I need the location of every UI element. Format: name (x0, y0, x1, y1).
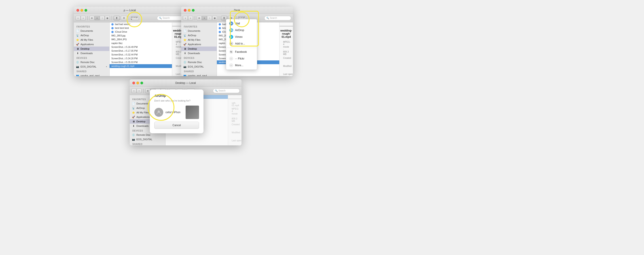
sidebar-remotedisc-1[interactable]: 💿 Remote Disc (74, 60, 109, 64)
sidebar-documents-2[interactable]: 📄 Documents (181, 29, 217, 33)
cover-flow-1[interactable]: ▦ (105, 16, 110, 20)
arrange-button-1[interactable]: arrange ▾ (131, 16, 139, 20)
cover-flow-2[interactable]: ▦ (212, 16, 217, 20)
menu-item-vimeo[interactable]: V Vimeo (226, 34, 257, 40)
menu-item-mail[interactable]: ✉ Mail (226, 20, 257, 27)
file-bestbest-1[interactable]: best best best (110, 26, 172, 30)
close-button-2[interactable] (184, 9, 186, 12)
nav-buttons-1: ‹ › (76, 16, 86, 20)
file-type-2: MPEG-4 movie · 809.3 MB (283, 41, 289, 56)
menu-item-addto[interactable]: + Add to... (226, 40, 257, 47)
preview-filename-2: wedding-rough-01.mp4 (280, 29, 292, 38)
file-ss1-1[interactable]: ScreenShot...t 5.16.49 PM (110, 45, 172, 49)
share-dropdown-menu: ✉ Mail 📡 AirDrop V Vimeo + Add to... fb … (226, 19, 257, 70)
menu-item-flickr[interactable]: ··· ··· Flickr (226, 55, 257, 62)
file-dot-2 (111, 27, 114, 29)
sidebar-sandrapaul-2[interactable]: 👥 sandra_and_paul (181, 73, 217, 76)
icon-view-2[interactable]: ⊞ (197, 16, 202, 20)
forward-button-3[interactable]: › (137, 88, 142, 93)
icon-view-3[interactable]: ⊞ (145, 88, 150, 93)
menu-item-more[interactable]: ··· More... (226, 62, 257, 69)
finder-window-1: ρ — Local ‹ › ⊞ ≡ ⫶ ▦ ⬆ ⚙ arrange ▾ 🔍 Se… (74, 7, 186, 76)
maximize-button-2[interactable] (192, 9, 194, 12)
close-button-3[interactable] (132, 82, 135, 84)
file-img2803-1[interactable]: IMG_2803.jpg (110, 34, 172, 38)
sidebar-eosdigital-2[interactable]: 📷 EOS_DIGITAL (181, 64, 217, 69)
applications-icon-2: 🚀 (183, 43, 186, 46)
sidebar-eosdigital-1[interactable]: 📷 EOS_DIGITAL ▾ (74, 64, 109, 69)
sidebar-airdrop-2[interactable]: 📡 AirDrop (181, 33, 217, 38)
file-badbadseeds-1[interactable]: bad bad seeds! (110, 22, 172, 26)
back-button-1[interactable]: ‹ (76, 16, 80, 20)
file-dot-b3 (219, 31, 221, 33)
search-box-2[interactable]: 🔍 Search (264, 16, 291, 20)
sidebar-desktop-2[interactable]: 🖥 Desktop (181, 46, 217, 51)
sidebar-allmyfiles-2[interactable]: ⭐ All My Files (181, 38, 217, 42)
back-button-2[interactable]: ‹ (183, 16, 188, 20)
search-placeholder-1: Search (162, 17, 170, 19)
airdrop-preview-thumbnail (186, 106, 199, 119)
file-dot-b1 (219, 23, 221, 26)
search-placeholder-3: Search (218, 90, 226, 92)
device-name: cella's iPhon (166, 111, 186, 114)
menu-item-facebook[interactable]: fb Facebook (226, 48, 257, 55)
shared-header-3: Shared (130, 142, 165, 146)
sidebar-airdrop-1[interactable]: 📡 AirDrop (74, 33, 109, 38)
sidebar-applications-2[interactable]: 🚀 Applications (181, 42, 217, 46)
minimize-button-2[interactable] (188, 9, 190, 12)
airdrop-cancel-button[interactable]: Cancel (154, 122, 199, 129)
file-ss2-1[interactable]: ScreenShot...t 5.17.05 PM (110, 49, 172, 53)
devices-header-2: Devices (181, 56, 217, 60)
file-img2804-1[interactable]: IMG_2804.JPG (110, 38, 172, 42)
forward-button-1[interactable]: › (81, 16, 86, 20)
back-button-3[interactable]: ‹ (132, 88, 136, 93)
file-icloud-1[interactable]: iCloud Drive (110, 30, 172, 34)
sidebar-downloads-2[interactable]: ⬇ Downloads (181, 51, 217, 56)
column-view-2[interactable]: ⫶ (207, 16, 212, 20)
file-napkin-1[interactable]: napkin filez (110, 42, 172, 45)
menu-item-airdrop[interactable]: 📡 AirDrop (226, 27, 257, 34)
airdrop-menu-icon: 📡 (229, 28, 233, 32)
search-box-3[interactable]: 🔍 Search (213, 88, 240, 93)
addto-menu-icon: + (229, 42, 233, 46)
share-button-1[interactable]: ⬆ (114, 16, 120, 20)
sidebar-allmyfiles-1[interactable]: ⭐ All My Files (74, 38, 109, 42)
sidebar-eosdigital-3[interactable]: 📷 EOS_DIGITAL (130, 137, 165, 142)
forward-button-2[interactable]: › (188, 16, 193, 20)
window-title-2: Desk (234, 9, 240, 12)
icon-view-1[interactable]: ⊞ (90, 16, 94, 20)
downloads-icon-1: ⬇ (76, 52, 79, 55)
traffic-lights-1 (76, 9, 87, 12)
sidebar-documents-1[interactable]: 📄 Documents (74, 29, 109, 33)
view-modes-1: ⊞ ≡ ⫶ ▦ (90, 16, 110, 20)
sidebar-applications-1[interactable]: 🚀 Applications (74, 42, 109, 46)
sidebar-remotedisc-3[interactable]: 💿 Remote Disc (130, 133, 165, 137)
lastopened-row-3: Last opened November 11, 2016 at 10:13 A… (232, 139, 238, 146)
list-view-2[interactable]: ≡ (202, 16, 207, 20)
preview-thumbnail-3 (228, 99, 242, 99)
minimize-button-1[interactable] (80, 9, 83, 12)
column-view-1[interactable]: ⫶ (100, 16, 105, 20)
titlebar-2: Desk (181, 7, 293, 14)
file-ss3-1[interactable]: ScreenShot...t 5.32.44 PM (110, 53, 172, 56)
share-icon-1: 👥 (76, 74, 79, 76)
maximize-button-3[interactable] (140, 82, 143, 84)
file-wedding-1[interactable]: wedding-rough-01.mp4 (110, 64, 172, 68)
documents-icon-1: 📄 (76, 29, 79, 32)
sep-7 (143, 88, 144, 93)
window-title-3: Desktop — Local (175, 82, 196, 84)
file-ss4-1[interactable]: ScreenShot...t 5.34.26 PM (110, 56, 172, 60)
maximize-button-1[interactable] (84, 9, 87, 12)
window-body-1: Favorites 📄 Documents 📡 AirDrop ⭐ All My… (74, 22, 186, 76)
close-button-1[interactable] (76, 9, 79, 12)
list-view-1[interactable]: ≡ (94, 16, 100, 20)
search-box-1[interactable]: 🔍 Search (157, 16, 184, 20)
action-button-1[interactable]: ⚙ (121, 16, 127, 20)
minimize-button-3[interactable] (136, 82, 139, 84)
file-ss5-1[interactable]: ScreenShot...t 5.35.03 PM (110, 60, 172, 64)
sidebar-remotedisc-2[interactable]: 💿 Remote Disc (181, 60, 217, 64)
sidebar-downloads-1[interactable]: ⬇ Downloads (74, 51, 109, 56)
airdrop-icon-2: 📡 (183, 34, 186, 37)
sidebar-sandrapaul-1[interactable]: 👥 sandra_and_paul (74, 73, 109, 76)
sidebar-desktop-1[interactable]: 🖥 Desktop (74, 46, 109, 51)
